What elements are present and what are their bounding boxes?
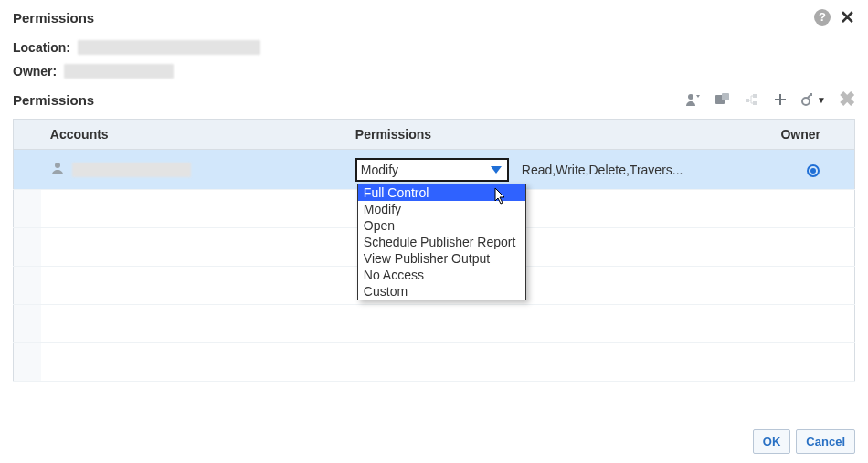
owner-row: Owner: xxxxxxxxxxx xyxy=(13,64,855,79)
svg-rect-2 xyxy=(722,93,729,100)
owner-label: Owner: xyxy=(13,64,57,79)
owner-radio[interactable] xyxy=(807,164,820,177)
permission-select-value: Modify xyxy=(361,163,398,177)
location-value-redacted: xxxxxxxxxxxxxxxxxxx xyxy=(78,40,260,55)
delete-icon[interactable]: ✖ xyxy=(839,88,855,111)
permission-dropdown[interactable]: Full Control Modify Open Schedule Publis… xyxy=(357,184,526,300)
account-name-redacted: xxxxxxxxxxxx xyxy=(72,163,191,177)
col-permissions[interactable]: Permissions xyxy=(346,120,772,150)
svg-rect-3 xyxy=(746,99,749,102)
permission-cell: Modify Full Control Modify Open Schedule… xyxy=(355,158,763,182)
row-handle[interactable] xyxy=(14,150,41,190)
location-row: Location: xxxxxxxxxxxxxxxxxxx xyxy=(13,40,855,55)
table-row xyxy=(14,343,855,382)
chevron-down-icon xyxy=(491,166,502,174)
add-user-icon[interactable] xyxy=(685,92,702,107)
owner-value-redacted: xxxxxxxxxxx xyxy=(64,64,174,79)
inherit-icon[interactable]: ▼ xyxy=(800,92,826,107)
chevron-down-icon[interactable]: ▼ xyxy=(817,95,826,105)
permissions-table: Accounts Permissions Owner xxxxxxxxxxxx xyxy=(13,119,855,382)
table-row[interactable]: xxxxxxxxxxxx Modify Full Control Modify … xyxy=(14,150,855,190)
ok-button[interactable]: OK xyxy=(753,429,791,454)
user-icon xyxy=(50,161,65,178)
svg-rect-5 xyxy=(753,101,757,105)
add-icon[interactable] xyxy=(773,92,788,107)
location-label: Location: xyxy=(13,40,70,55)
dialog-footer: OK Cancel xyxy=(753,429,855,454)
dropdown-option[interactable]: View Publisher Output xyxy=(358,250,525,267)
account-cell: xxxxxxxxxxxx xyxy=(50,161,337,178)
dialog-title: Permissions xyxy=(13,10,94,26)
svg-rect-4 xyxy=(753,94,757,98)
permission-description: Read,Write,Delete,Travers... xyxy=(522,163,683,177)
table-row xyxy=(14,305,855,343)
dropdown-option[interactable]: No Access xyxy=(358,267,525,283)
section-title: Permissions xyxy=(13,92,94,108)
svg-point-0 xyxy=(688,94,693,100)
permission-select[interactable]: Modify Full Control Modify Open Schedule… xyxy=(355,158,509,182)
permissions-dialog: Permissions ? ✕ Location: xxxxxxxxxxxxxx… xyxy=(0,0,868,382)
svg-point-7 xyxy=(55,163,60,168)
close-icon[interactable]: ✕ xyxy=(840,9,855,26)
col-handle xyxy=(14,120,41,150)
dropdown-option[interactable]: Custom xyxy=(358,283,525,300)
help-icon[interactable]: ? xyxy=(814,9,831,26)
section-bar: Permissions ▼ ✖ xyxy=(13,88,855,111)
col-owner[interactable]: Owner xyxy=(771,120,854,150)
dropdown-option[interactable]: Schedule Publisher Report xyxy=(358,234,525,250)
cancel-button[interactable]: Cancel xyxy=(796,429,855,454)
dropdown-option[interactable]: Modify xyxy=(358,201,525,217)
dialog-header: Permissions ? ✕ xyxy=(13,7,855,31)
svg-point-6 xyxy=(802,98,810,105)
add-group-icon[interactable] xyxy=(715,92,731,107)
toolbar: ▼ ✖ xyxy=(685,88,855,111)
dropdown-option[interactable]: Open xyxy=(358,217,525,234)
dropdown-option[interactable]: Full Control xyxy=(358,184,525,201)
col-accounts[interactable]: Accounts xyxy=(41,120,346,150)
set-hierarchy-icon xyxy=(744,92,760,107)
